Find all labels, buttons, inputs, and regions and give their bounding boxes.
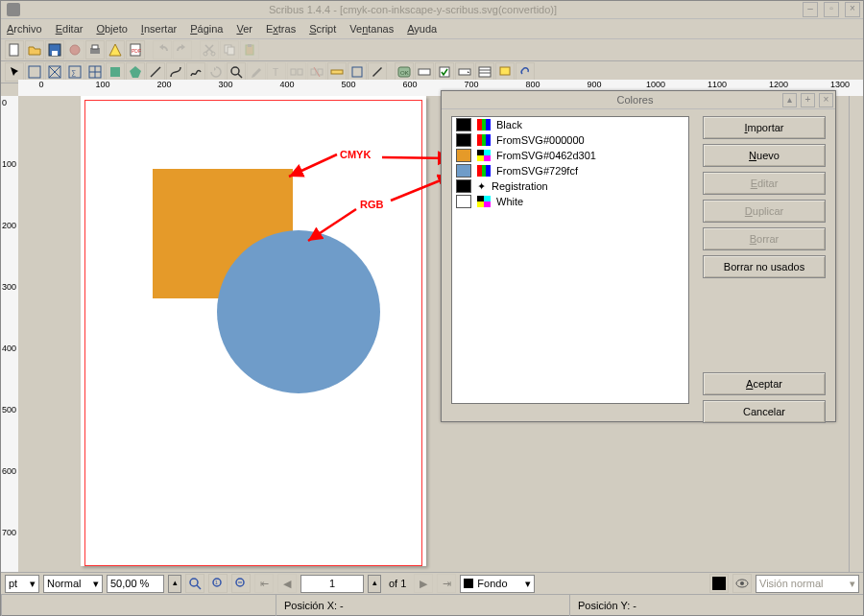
menu-script[interactable]: Script xyxy=(309,23,336,35)
color-swatch xyxy=(456,179,471,193)
menu-extras[interactable]: Extras xyxy=(266,23,296,35)
layer-select[interactable]: Fondo▾ xyxy=(460,575,535,593)
edit-contents-icon[interactable] xyxy=(247,62,266,82)
dialog-float-button[interactable]: + xyxy=(801,93,815,107)
preview-mode-icon[interactable] xyxy=(732,574,752,593)
svg-rect-0 xyxy=(10,44,18,56)
menu-ayuda[interactable]: Ayuda xyxy=(407,23,437,35)
new-icon[interactable] xyxy=(5,40,24,59)
menu-pagina[interactable]: Página xyxy=(190,23,223,35)
color-row[interactable]: Black xyxy=(452,117,688,132)
select-tool-icon[interactable] xyxy=(5,62,24,82)
print-icon[interactable] xyxy=(85,40,105,59)
menu-insertar[interactable]: Insertar xyxy=(141,23,177,35)
pdf-button-icon[interactable]: OK xyxy=(395,62,414,82)
preview-select[interactable]: Normal▾ xyxy=(43,575,103,593)
next-page-icon[interactable]: ▶ xyxy=(414,574,433,593)
color-row[interactable]: ✦Registration xyxy=(452,178,688,194)
svg-rect-39 xyxy=(440,67,449,77)
text-frame-icon[interactable] xyxy=(25,62,44,82)
shape-icon[interactable] xyxy=(106,62,125,82)
edit-button[interactable]: Editar xyxy=(703,172,826,195)
ok-button[interactable]: Aceptar xyxy=(703,372,826,395)
color-row[interactable]: White xyxy=(452,194,688,209)
freehand-icon[interactable] xyxy=(186,62,205,82)
close-button[interactable]: × xyxy=(845,2,860,17)
pdf-annotation-icon[interactable] xyxy=(495,62,515,82)
duplicate-button[interactable]: Duplicar xyxy=(703,200,826,223)
blue-circle-shape[interactable] xyxy=(217,230,380,393)
menu-archivo[interactable]: Archivo xyxy=(7,23,42,35)
copy-props-icon[interactable] xyxy=(348,62,367,82)
window-title: Scribus 1.4.4 - [cmyk-con-inkscape-y-scr… xyxy=(26,4,800,15)
zoom-out-icon[interactable] xyxy=(231,574,251,593)
image-frame-icon[interactable] xyxy=(45,62,64,82)
unit-select[interactable]: pt▾ xyxy=(5,575,39,593)
bezier-icon[interactable] xyxy=(166,62,185,82)
polygon-icon[interactable] xyxy=(126,62,145,82)
edit-text-icon[interactable]: T xyxy=(267,62,286,82)
paste-icon[interactable] xyxy=(240,40,259,59)
svg-line-50 xyxy=(197,585,201,589)
vision-select[interactable]: Visión normal▾ xyxy=(756,575,859,593)
color-row[interactable]: FromSVG#0462d301 xyxy=(452,148,688,163)
delete-unused-button[interactable]: Borrar no usados xyxy=(703,255,826,278)
cancel-button[interactable]: Cancelar xyxy=(703,400,826,423)
zoom-stepper[interactable]: ▴ xyxy=(168,575,181,593)
preflight-icon[interactable] xyxy=(106,40,125,59)
zoom-input[interactable]: 50,00 % xyxy=(107,575,164,593)
unlink-frames-icon[interactable] xyxy=(307,62,326,82)
delete-button[interactable]: Borrar xyxy=(703,227,826,250)
zoom-icon[interactable] xyxy=(227,62,246,82)
dialog-close-button[interactable]: × xyxy=(819,93,833,107)
cut-icon[interactable] xyxy=(200,40,219,59)
prev-page-icon[interactable]: ◀ xyxy=(277,574,297,593)
import-button[interactable]: Importar xyxy=(703,116,826,139)
page-stepper[interactable]: ▴ xyxy=(368,575,381,593)
redo-icon[interactable] xyxy=(173,40,192,59)
pdf-listbox-icon[interactable] xyxy=(475,62,494,82)
menu-editar[interactable]: Editar xyxy=(56,23,84,35)
vertical-scrollbar[interactable] xyxy=(849,96,863,572)
color-swatch xyxy=(456,164,471,178)
dialog-titlebar[interactable]: Colores ▴ + × xyxy=(442,91,835,109)
new-button[interactable]: Nuevo xyxy=(703,144,826,167)
annotation-cmyk-label: CMYK xyxy=(340,149,371,160)
menu-ver[interactable]: Ver xyxy=(236,23,252,35)
zoom-100-icon[interactable]: 1 xyxy=(208,574,228,593)
pdf-textfield-icon[interactable] xyxy=(415,62,434,82)
pdf-icon[interactable]: PDF xyxy=(126,40,145,59)
close-doc-icon[interactable] xyxy=(65,40,84,59)
measure-icon[interactable] xyxy=(327,62,347,82)
rotate-icon[interactable] xyxy=(206,62,226,82)
svg-point-3 xyxy=(70,45,80,55)
minimize-button[interactable]: – xyxy=(803,2,818,17)
menu-ventanas[interactable]: Ventanas xyxy=(349,23,394,35)
open-icon[interactable] xyxy=(25,40,44,59)
pdf-link-icon[interactable] xyxy=(516,62,535,82)
cms-icon[interactable] xyxy=(709,574,729,593)
link-frames-icon[interactable] xyxy=(287,62,306,82)
cmyk-model-icon xyxy=(477,196,491,207)
color-list[interactable]: BlackFromSVG#000000FromSVG#0462d301FromS… xyxy=(451,116,689,404)
table-icon[interactable] xyxy=(85,62,105,82)
copy-icon[interactable] xyxy=(220,40,239,59)
color-row[interactable]: FromSVG#000000 xyxy=(452,132,688,148)
color-swatch xyxy=(456,133,471,147)
pdf-checkbox-icon[interactable] xyxy=(435,62,454,82)
dialog-shade-button[interactable]: ▴ xyxy=(782,93,797,107)
color-row[interactable]: FromSVG#729fcf xyxy=(452,163,688,178)
save-icon[interactable] xyxy=(45,40,64,59)
render-frame-icon[interactable]: ∑ xyxy=(65,62,84,82)
maximize-button[interactable]: ▫ xyxy=(824,2,839,17)
page-number-input[interactable]: 1 xyxy=(300,575,364,593)
last-page-icon[interactable]: ⇥ xyxy=(437,574,456,593)
menu-objeto[interactable]: Objeto xyxy=(96,23,127,35)
undo-icon[interactable] xyxy=(153,40,172,59)
line-icon[interactable] xyxy=(146,62,165,82)
pdf-combobox-icon[interactable] xyxy=(455,62,474,82)
eyedropper-icon[interactable] xyxy=(368,62,387,82)
first-page-icon[interactable]: ⇤ xyxy=(254,574,274,593)
svg-line-25 xyxy=(151,67,160,77)
zoom-to-page-icon[interactable] xyxy=(185,574,204,593)
